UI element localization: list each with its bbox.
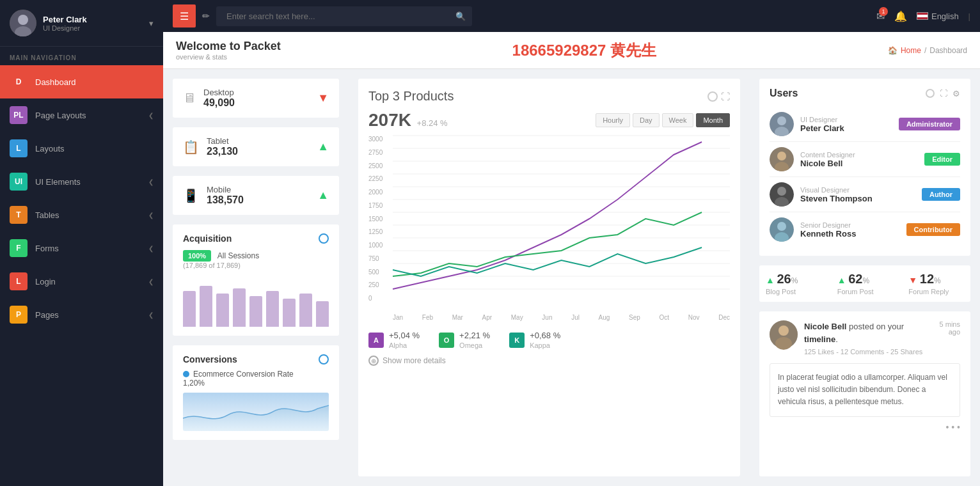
chevron-right-icon: ❮ (148, 178, 154, 185)
users-controls: ⛶ ⚙ (926, 89, 960, 98)
forum-reply-label: Forum Reply (908, 288, 964, 295)
page-layouts-icon: PL (10, 106, 28, 124)
menu-button[interactable]: ☰ (173, 4, 196, 27)
sidebar-item-tables[interactable]: T Tables ❮ (0, 198, 163, 231)
bar (283, 299, 296, 327)
middle-panel: Top 3 Products ⛶ 207K +8.24 % Hourly Day… (349, 69, 750, 486)
language-selector[interactable]: English (917, 12, 959, 21)
user-avatar (770, 112, 794, 136)
users-circle-icon[interactable] (926, 89, 935, 98)
period-day[interactable]: Day (633, 113, 660, 127)
more-icon[interactable]: • • • (946, 422, 960, 432)
sidebar-item-label: Pages (35, 310, 148, 320)
sidebar-item-ui-elements[interactable]: UI UI Elements ❮ (0, 165, 163, 198)
period-hourly[interactable]: Hourly (596, 113, 630, 127)
dashboard-icon: D (10, 73, 28, 91)
stat-label: Desktop (203, 88, 235, 97)
bar (249, 296, 262, 327)
user-row-peter: UI Designer Peter Clark Administrator (770, 107, 960, 142)
show-more-icon: ⊕ (368, 356, 379, 366)
bar (316, 301, 329, 327)
sidebar-item-label: UI Elements (35, 177, 148, 187)
mail-icon[interactable]: ✉ 1 (876, 10, 885, 22)
omega-pct: +2,21 % (459, 331, 490, 340)
conv-circle-icon[interactable] (319, 354, 329, 364)
product-legends: A +5,04 % Alpha O +2,21 % Omega (368, 331, 730, 349)
user-avatar (770, 147, 794, 171)
user-info: Content Designer Nicole Bell (800, 151, 918, 168)
bell-icon[interactable]: 🔔 (894, 10, 907, 22)
search-icon: 🔍 (455, 12, 466, 21)
chart-inner (393, 136, 730, 302)
arrow-down-icon: ▼ (908, 275, 917, 285)
sidebar-item-page-layouts[interactable]: PL Page Layouts ❮ (0, 98, 163, 132)
settings-gear-icon[interactable]: ⚙ (952, 89, 960, 98)
period-month[interactable]: Month (696, 113, 730, 127)
sidebar-profile[interactable]: Peter Clark UI Designer ▾ (0, 0, 163, 47)
prod-circle-icon[interactable] (707, 91, 718, 102)
chevron-right-icon: ❮ (148, 112, 154, 119)
page-subtitle: overview & stats (176, 53, 281, 61)
user-name: Nicole Bell (800, 159, 918, 168)
language-label: English (931, 12, 959, 21)
expand-icon[interactable]: ⛶ (721, 91, 730, 102)
acquisition-bar-chart (183, 276, 329, 327)
stat-card-desktop: 🖥 Desktop 49,090 ▼ (173, 79, 339, 118)
topbar: ☰ ✏ 🔍 ✉ 1 🔔 English | (163, 0, 980, 32)
kappa-pct: +0,68 % (530, 331, 560, 340)
trend-up-icon: ▲ (317, 140, 329, 153)
acq-sub: (17,869 of 17,869) (183, 262, 329, 269)
user-info: Senior Designer Kenneth Ross (800, 221, 900, 239)
alpha-pct: +5,04 % (389, 331, 420, 340)
bar (183, 291, 196, 327)
flag-icon (917, 12, 928, 20)
pencil-icon[interactable]: ✏ (202, 11, 210, 21)
sidebar-item-layouts[interactable]: L Layouts (0, 132, 163, 165)
period-buttons: Hourly Day Week Month (596, 113, 730, 127)
blog-post-num: 26 (777, 272, 791, 286)
search-bar[interactable]: 🔍 (216, 6, 472, 26)
chart-y-axis: 30002750250022502000 1750150012501000750… (368, 136, 391, 302)
activity-avatar (770, 320, 798, 349)
user-row-steven: Visual Designer Steven Thompson Author (770, 177, 960, 212)
sidebar-item-forms[interactable]: F Forms ❮ (0, 231, 163, 265)
acquisition-title: Acquisition (183, 233, 232, 244)
acquisition-card: Acquisition 100% All Sessions (17,869 of… (173, 224, 339, 336)
home-icon: 🏠 (888, 46, 897, 55)
acq-circle-icon[interactable] (319, 233, 329, 244)
avatar (10, 10, 36, 36)
sidebar-item-label: Page Layouts (35, 111, 148, 120)
activity-content: Nicole Bell posted on your timeline. 5 m… (804, 320, 960, 356)
chevron-right-icon: ❮ (148, 245, 154, 252)
breadcrumb-home[interactable]: Home (901, 46, 921, 55)
forms-icon: F (10, 239, 28, 257)
forum-post-label: Forum Post (837, 288, 893, 295)
sidebar-item-pages[interactable]: P Pages ❮ (0, 298, 163, 331)
chart-x-axis: JanFebMarAprMay JunJulAugSepOct NovDec (393, 314, 730, 321)
tablet-icon: 📋 (183, 139, 199, 155)
activity-time: 5 mins ago (929, 320, 960, 336)
tables-icon: T (10, 206, 28, 224)
user-badge-contributor[interactable]: Contributor (906, 223, 960, 236)
period-week[interactable]: Week (662, 113, 694, 127)
user-badge-editor[interactable]: Editor (924, 153, 960, 166)
svg-point-30 (775, 337, 792, 350)
chevron-right-icon: ❮ (148, 311, 154, 318)
user-badge-admin[interactable]: Administrator (899, 118, 960, 130)
products-chart: 30002750250022502000 1750150012501000750… (368, 136, 730, 321)
sidebar-item-dashboard[interactable]: D Dashboard (0, 65, 163, 98)
user-badge-author[interactable]: Author (922, 188, 960, 201)
profile-name: Peter Clark (43, 15, 149, 24)
sidebar-item-login[interactable]: L Login ❮ (0, 265, 163, 298)
sidebar-item-label: Layouts (35, 144, 154, 153)
search-input[interactable] (223, 6, 455, 26)
user-info: Visual Designer Steven Thompson (800, 186, 915, 203)
users-expand-icon[interactable]: ⛶ (940, 89, 947, 98)
show-more-button[interactable]: ⊕ Show more details (368, 356, 730, 366)
user-info: UI Designer Peter Clark (800, 116, 892, 133)
activity-message: In placerat feugiat odio a ullamcorper. … (770, 363, 960, 417)
main-content: ☰ ✏ 🔍 ✉ 1 🔔 English | Welcome to Packet … (163, 0, 980, 486)
trend-down-icon: ▼ (317, 91, 329, 105)
sidebar-item-label: Login (35, 277, 148, 286)
trend-up-icon: ▲ (317, 189, 329, 202)
